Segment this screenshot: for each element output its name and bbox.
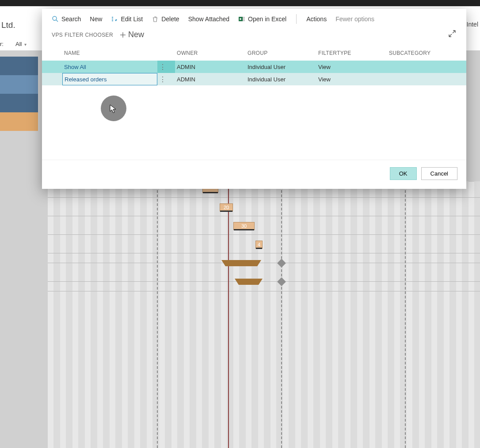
expand-icon bbox=[448, 29, 457, 38]
cell-filtertype: View bbox=[316, 73, 387, 85]
row-menu-button[interactable]: ⋮ bbox=[157, 61, 175, 73]
company-label: Ltd. bbox=[1, 20, 15, 30]
new-button[interactable]: New bbox=[90, 15, 102, 23]
cell-subcategory bbox=[387, 61, 458, 73]
cell-name[interactable]: Released orders bbox=[62, 73, 157, 85]
svg-rect-3 bbox=[112, 19, 113, 19]
filter-chooser-dialog: Search New Edit List Delete Show Attache… bbox=[42, 9, 466, 189]
cell-subcategory bbox=[387, 73, 458, 85]
task-label: 4 bbox=[258, 242, 260, 247]
open-excel-button[interactable]: Open in Excel bbox=[238, 15, 286, 23]
cell-group: Individual User bbox=[246, 61, 316, 73]
search-icon bbox=[52, 15, 59, 23]
trash-icon bbox=[152, 15, 159, 23]
dialog-toolbar: Search New Edit List Delete Show Attache… bbox=[42, 9, 466, 28]
new-label: New bbox=[128, 30, 144, 39]
svg-rect-2 bbox=[112, 17, 113, 18]
edit-list-label: Edit List bbox=[121, 15, 143, 23]
gantt-task[interactable]: 30 bbox=[233, 222, 255, 230]
svg-rect-4 bbox=[112, 20, 113, 21]
search-button[interactable]: Search bbox=[52, 15, 81, 23]
cell-group: Individual User bbox=[246, 73, 316, 85]
cell-filtertype: View bbox=[316, 61, 387, 73]
excel-icon bbox=[238, 15, 245, 23]
task-label: 30 bbox=[241, 223, 247, 229]
grid-row[interactable]: Show All ⋮ ADMIN Individual User View bbox=[42, 61, 466, 73]
task-label: 20 bbox=[224, 205, 229, 210]
chevron-down-icon: ▾ bbox=[24, 42, 27, 47]
expand-button[interactable] bbox=[448, 29, 457, 39]
fewer-options-button[interactable]: Fewer options bbox=[335, 15, 374, 23]
col-filtertype[interactable]: FILTERTYPE bbox=[316, 46, 387, 61]
cell-owner: ADMIN bbox=[175, 73, 246, 85]
gantt-summary[interactable] bbox=[225, 260, 257, 266]
col-name[interactable]: NAME bbox=[62, 46, 157, 61]
svg-line-1 bbox=[56, 20, 58, 22]
bg-left-bars bbox=[0, 57, 38, 131]
ok-button[interactable]: OK bbox=[390, 167, 417, 180]
col-group[interactable]: GROUP bbox=[246, 46, 316, 61]
gantt-task[interactable]: 4 bbox=[255, 241, 263, 249]
grid-header: NAME OWNER GROUP FILTERTYPE SUBCATEGORY bbox=[42, 46, 466, 61]
dialog-footer: OK Cancel bbox=[42, 160, 466, 189]
dialog-subheader: VPS FILTER CHOOSER New bbox=[42, 28, 466, 46]
toolbar-separator bbox=[296, 14, 297, 24]
svg-rect-7 bbox=[243, 19, 245, 20]
delete-button[interactable]: Delete bbox=[152, 15, 179, 23]
delete-label: Delete bbox=[161, 15, 179, 23]
svg-rect-6 bbox=[243, 17, 245, 18]
plus-icon bbox=[119, 31, 126, 38]
svg-point-0 bbox=[53, 16, 57, 20]
edit-list-button[interactable]: Edit List bbox=[111, 15, 143, 23]
search-label: Search bbox=[61, 15, 81, 23]
actions-menu[interactable]: Actions bbox=[306, 15, 327, 23]
gantt-task[interactable]: 20 bbox=[220, 203, 233, 211]
new-record-button[interactable]: New bbox=[119, 30, 144, 39]
open-excel-label: Open in Excel bbox=[248, 15, 286, 23]
svg-rect-8 bbox=[243, 20, 245, 21]
gantt-grid bbox=[48, 181, 480, 448]
filter-value[interactable]: All ▾ bbox=[15, 41, 27, 47]
filter-grid: NAME OWNER GROUP FILTERTYPE SUBCATEGORY … bbox=[42, 46, 466, 160]
col-owner[interactable]: OWNER bbox=[175, 46, 246, 61]
filter-label: r: bbox=[0, 41, 4, 47]
right-label: Intel bbox=[467, 21, 478, 28]
gantt-chart: 20 30 4 bbox=[48, 181, 480, 448]
cancel-button[interactable]: Cancel bbox=[421, 167, 457, 180]
today-line bbox=[228, 181, 229, 448]
edit-list-icon bbox=[111, 15, 118, 23]
grid-row[interactable]: Released orders ⋮ ADMIN Individual User … bbox=[42, 73, 466, 85]
window-titlebar bbox=[0, 0, 480, 6]
row-menu-button[interactable]: ⋮ bbox=[157, 73, 175, 85]
show-attached-button[interactable]: Show Attached bbox=[188, 15, 229, 23]
breadcrumb: VPS FILTER CHOOSER bbox=[52, 32, 113, 38]
gantt-summary[interactable] bbox=[239, 279, 259, 285]
cell-name[interactable]: Show All bbox=[62, 61, 157, 73]
cell-owner: ADMIN bbox=[175, 61, 246, 73]
col-subcategory[interactable]: SUBCATEGORY bbox=[387, 46, 458, 61]
